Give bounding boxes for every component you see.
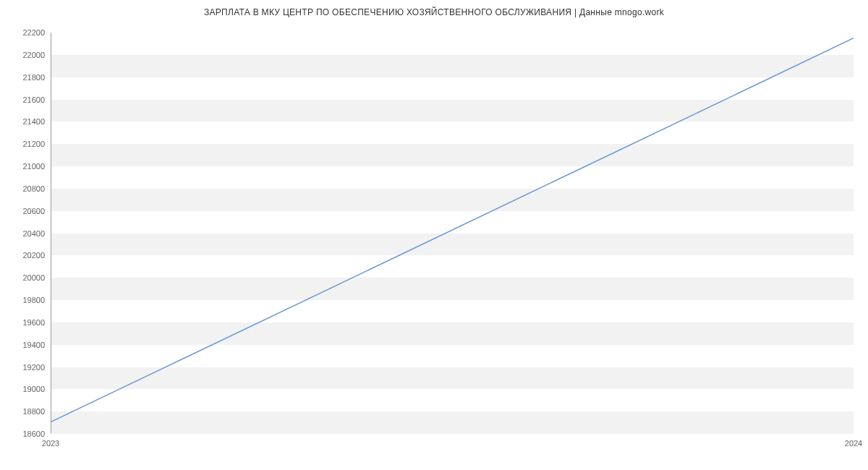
y-tick-label: 18800 bbox=[9, 407, 45, 416]
data-line bbox=[51, 38, 854, 422]
y-tick-label: 19600 bbox=[9, 318, 45, 327]
y-tick-label: 19400 bbox=[9, 341, 45, 349]
y-tick-label: 22200 bbox=[9, 28, 45, 37]
y-tick-label: 18600 bbox=[9, 430, 45, 438]
y-tick-label: 22000 bbox=[9, 51, 45, 59]
chart-title: ЗАРПЛАТА В МКУ ЦЕНТР ПО ОБЕСПЕЧЕНИЮ ХОЗЯ… bbox=[0, 7, 868, 17]
y-tick-label: 20600 bbox=[9, 207, 45, 215]
y-tick-label: 21800 bbox=[9, 73, 45, 82]
y-tick-label: 21600 bbox=[9, 95, 45, 104]
y-tick-label: 21400 bbox=[9, 117, 45, 126]
x-tick-label: 2023 bbox=[42, 439, 59, 448]
y-tick-label: 21200 bbox=[9, 140, 45, 148]
y-tick-label: 19800 bbox=[9, 296, 45, 304]
x-tick-label: 2024 bbox=[845, 439, 862, 448]
y-tick-label: 20800 bbox=[9, 184, 45, 193]
plot-area: 1860018800190001920019400196001980020000… bbox=[51, 33, 854, 434]
y-tick-label: 19000 bbox=[9, 385, 45, 393]
y-tick-label: 20200 bbox=[9, 251, 45, 260]
y-tick-label: 20000 bbox=[9, 273, 45, 282]
chart-svg bbox=[51, 33, 854, 433]
y-tick-label: 20400 bbox=[9, 229, 45, 238]
y-tick-label: 21000 bbox=[9, 162, 45, 171]
y-tick-label: 19200 bbox=[9, 363, 45, 372]
